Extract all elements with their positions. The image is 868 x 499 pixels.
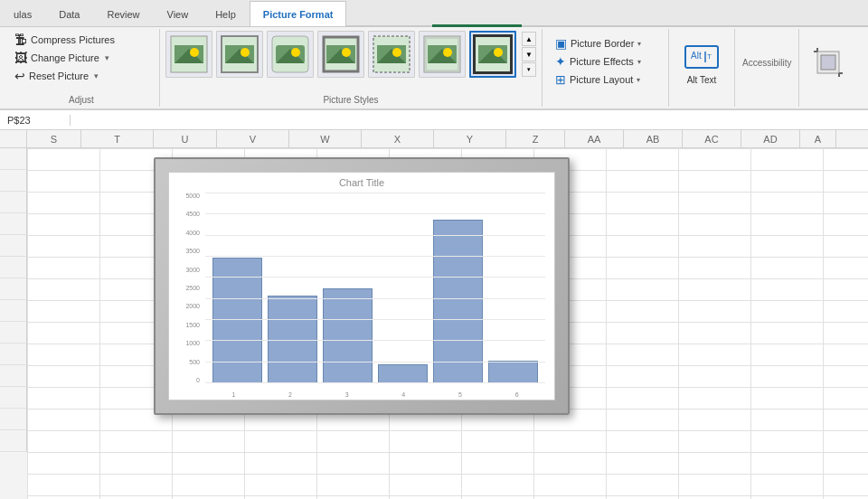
row-header-12 (0, 409, 27, 430)
col-header-X: X (362, 130, 434, 148)
y-label-1500: 1500 (185, 322, 200, 328)
tab-picture-format[interactable]: Picture Format (250, 1, 347, 26)
col-header-T: T (81, 130, 154, 148)
picture-layout-icon: ⊞ (555, 72, 566, 87)
col-header-AB: AB (624, 130, 683, 148)
y-label-3500: 3500 (185, 248, 200, 254)
picture-border-icon: ▣ (555, 36, 567, 51)
picture-style-1[interactable] (165, 31, 212, 78)
alt-text-label: Alt Text (687, 75, 717, 86)
x-label-2: 2 (288, 391, 292, 398)
row-header-9 (0, 344, 27, 365)
style-scroll-up[interactable]: ▲ (522, 32, 536, 46)
picture-border-button[interactable]: ▣ Picture Border ▾ (548, 34, 663, 52)
bar-6 (488, 361, 538, 383)
col-header-Y: Y (434, 130, 506, 148)
picture-effects-dropdown-arrow[interactable]: ▾ (637, 58, 641, 66)
bar-4 (378, 364, 428, 383)
svg-text:T: T (707, 52, 712, 61)
y-label-5000: 5000 (185, 193, 200, 199)
formula-bar: P$23 (0, 110, 868, 130)
y-label-0: 0 (196, 377, 200, 383)
x-label-6: 6 (515, 391, 519, 398)
accessibility-group: Accessibility (735, 29, 799, 107)
svg-point-3 (190, 48, 199, 57)
change-picture-icon: 🖼 (14, 51, 27, 65)
picture-style-2[interactable] (216, 31, 263, 78)
row-header-2 (0, 192, 27, 213)
col-header-Z: Z (506, 130, 565, 148)
format-options-group: ▣ Picture Border ▾ ✦ Picture Effects ▾ ⊞… (542, 29, 669, 107)
size-group (799, 29, 857, 107)
change-picture-button[interactable]: 🖼 Change Picture ▾ (9, 49, 154, 67)
tab-data[interactable]: Data (45, 1, 93, 26)
row-header-5 (0, 257, 27, 278)
col-header-AC: AC (683, 130, 741, 148)
picture-effects-button[interactable]: ✦ Picture Effects ▾ (548, 52, 663, 71)
svg-text:Alt: Alt (691, 51, 702, 61)
picture-style-4[interactable] (317, 31, 364, 78)
bar-2 (268, 296, 317, 383)
picture-style-5[interactable] (368, 31, 415, 78)
row-header-6 (0, 278, 27, 300)
picture-effects-icon: ✦ (555, 54, 566, 69)
tab-review[interactable]: Review (93, 1, 153, 26)
chart-frame: Chart Title 5000 4500 4000 3500 3000 250… (154, 157, 570, 415)
row-header-13 (0, 430, 27, 452)
compress-icon: 🗜 (14, 33, 27, 47)
style-scroll-down[interactable]: ▼ (522, 47, 536, 61)
spreadsheet: S T U V W X Y Z AA AB AC AD A (0, 130, 868, 499)
chart-bars (205, 193, 545, 383)
chart-title: Chart Title (169, 173, 554, 188)
picture-styles-group: ▲ ▼ ▾ Picture Styles (160, 29, 542, 107)
picture-border-dropdown-arrow[interactable]: ▾ (637, 40, 641, 48)
chart-inner: Chart Title 5000 4500 4000 3500 3000 250… (168, 172, 555, 400)
change-picture-dropdown-arrow[interactable]: ▾ (105, 53, 109, 62)
style-scroll-more[interactable]: ▾ (522, 62, 536, 77)
alt-text-button[interactable]: Alt T Alt Text (680, 35, 723, 89)
adjust-group: 🗜 Compress Pictures 🖼 Change Picture ▾ ↩… (4, 29, 160, 107)
x-label-1: 1 (231, 391, 235, 398)
row-col-corner (0, 130, 27, 147)
y-label-2500: 2500 (185, 285, 200, 291)
picture-style-7[interactable] (469, 31, 516, 78)
row-header-4 (0, 235, 27, 257)
col-header-A-partial: A (800, 130, 836, 148)
x-label-4: 4 (401, 391, 405, 398)
reset-picture-dropdown-arrow[interactable]: ▾ (94, 71, 99, 80)
crop-icon (810, 44, 846, 80)
col-header-AA: AA (565, 130, 624, 148)
picture-layout-dropdown-arrow[interactable]: ▾ (637, 76, 640, 84)
tab-help[interactable]: Help (202, 1, 250, 26)
svg-point-15 (342, 48, 351, 57)
col-header-S: S (27, 130, 81, 148)
picture-styles-label: Picture Styles (160, 95, 542, 105)
x-label-5: 5 (458, 391, 462, 398)
compress-pictures-button[interactable]: 🗜 Compress Pictures (9, 31, 154, 49)
x-label-3: 3 (345, 391, 349, 398)
style-previews-row: ▲ ▼ ▾ (165, 31, 536, 78)
y-label-500: 500 (189, 359, 200, 365)
grid-body: Chart Title 5000 4500 4000 3500 3000 250… (0, 148, 868, 499)
y-label-4500: 4500 (185, 211, 200, 217)
picture-style-3[interactable] (267, 31, 314, 78)
row-header-11 (0, 387, 27, 409)
y-label-1000: 1000 (185, 340, 200, 346)
accessibility-label: Accessibility (742, 58, 791, 68)
reset-picture-button[interactable]: ↩ Reset Picture ▾ (9, 67, 154, 85)
alt-text-group: Alt T Alt Text (669, 29, 735, 107)
tab-formulas[interactable]: ulas (0, 1, 45, 26)
svg-point-19 (392, 48, 401, 57)
col-header-AD: AD (741, 130, 800, 148)
column-headers: S T U V W X Y Z AA AB AC AD A (0, 130, 868, 148)
picture-style-6[interactable] (419, 31, 466, 78)
row-header-1 (0, 170, 27, 192)
bar-1 (212, 258, 262, 383)
chart-container[interactable]: Chart Title 5000 4500 4000 3500 3000 250… (154, 157, 570, 415)
svg-point-28 (494, 48, 503, 57)
svg-point-24 (443, 48, 452, 57)
tab-view[interactable]: View (154, 1, 203, 26)
name-box[interactable]: P$23 (7, 115, 71, 126)
y-label-3000: 3000 (185, 267, 200, 273)
picture-layout-button[interactable]: ⊞ Picture Layout ▾ (548, 71, 663, 89)
